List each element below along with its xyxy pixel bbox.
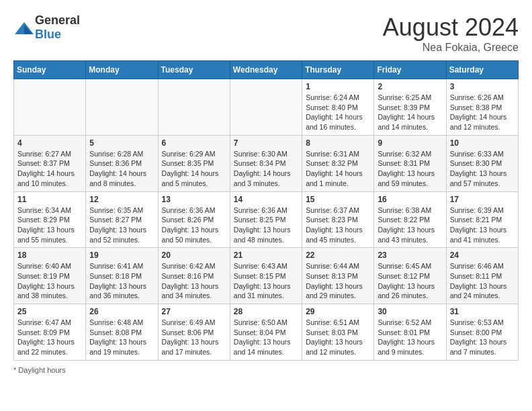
day-number: 23 [378, 250, 442, 260]
day-info: Sunrise: 6:49 AM Sunset: 8:06 PM Dayligh… [162, 318, 226, 357]
day-number: 14 [234, 195, 298, 204]
day-info: Sunrise: 6:37 AM Sunset: 8:23 PM Dayligh… [306, 205, 370, 245]
calendar-cell: 15Sunrise: 6:37 AM Sunset: 8:23 PM Dayli… [302, 191, 374, 248]
calendar-cell: 8Sunrise: 6:31 AM Sunset: 8:32 PM Daylig… [302, 135, 374, 191]
day-info: Sunrise: 6:35 AM Sunset: 8:27 PM Dayligh… [89, 205, 154, 245]
calendar-day-header: Thursday [302, 61, 374, 79]
calendar-day-header: Sunday [14, 61, 86, 79]
logo: General Blue [13, 13, 80, 42]
logo-text: General Blue [35, 13, 80, 42]
day-info: Sunrise: 6:51 AM Sunset: 8:03 PM Dayligh… [306, 318, 370, 357]
day-info: Sunrise: 6:30 AM Sunset: 8:34 PM Dayligh… [234, 149, 298, 189]
day-info: Sunrise: 6:28 AM Sunset: 8:36 PM Dayligh… [89, 149, 154, 189]
calendar-week-row: 18Sunrise: 6:40 AM Sunset: 8:19 PM Dayli… [14, 248, 519, 304]
calendar-cell: 18Sunrise: 6:40 AM Sunset: 8:19 PM Dayli… [14, 248, 86, 304]
calendar-day-header: Tuesday [158, 61, 230, 79]
day-info: Sunrise: 6:40 AM Sunset: 8:19 PM Dayligh… [17, 261, 82, 301]
day-number: 12 [89, 195, 154, 204]
calendar-cell: 16Sunrise: 6:38 AM Sunset: 8:22 PM Dayli… [374, 191, 446, 248]
calendar-cell: 13Sunrise: 6:36 AM Sunset: 8:26 PM Dayli… [158, 191, 230, 248]
calendar-cell: 4Sunrise: 6:27 AM Sunset: 8:37 PM Daylig… [14, 135, 86, 191]
day-number: 2 [378, 82, 442, 91]
day-info: Sunrise: 6:36 AM Sunset: 8:25 PM Dayligh… [234, 205, 298, 245]
day-number: 30 [378, 307, 442, 316]
logo-general: General [35, 13, 80, 27]
day-info: Sunrise: 6:38 AM Sunset: 8:22 PM Dayligh… [378, 205, 442, 245]
calendar-cell: 31Sunrise: 6:53 AM Sunset: 8:00 PM Dayli… [446, 304, 518, 361]
calendar-week-row: 1Sunrise: 6:24 AM Sunset: 8:40 PM Daylig… [14, 79, 519, 136]
day-number: 28 [234, 307, 298, 316]
day-info: Sunrise: 6:47 AM Sunset: 8:09 PM Dayligh… [17, 318, 82, 357]
calendar-cell: 25Sunrise: 6:47 AM Sunset: 8:09 PM Dayli… [14, 304, 86, 361]
day-info: Sunrise: 6:44 AM Sunset: 8:13 PM Dayligh… [306, 261, 370, 301]
calendar-cell: 9Sunrise: 6:32 AM Sunset: 8:31 PM Daylig… [374, 135, 446, 191]
day-number: 5 [89, 138, 154, 148]
day-number: 26 [89, 307, 154, 316]
page-header: General Blue August 2024 Nea Fokaia, Gre… [13, 13, 519, 54]
day-number: 24 [450, 250, 515, 260]
calendar-week-row: 4Sunrise: 6:27 AM Sunset: 8:37 PM Daylig… [14, 135, 519, 191]
day-info: Sunrise: 6:24 AM Sunset: 8:40 PM Dayligh… [306, 93, 370, 132]
calendar-week-row: 25Sunrise: 6:47 AM Sunset: 8:09 PM Dayli… [14, 304, 519, 361]
calendar-cell: 12Sunrise: 6:35 AM Sunset: 8:27 PM Dayli… [86, 191, 158, 248]
calendar-cell [86, 79, 158, 136]
day-number: 9 [378, 138, 442, 148]
day-number: 17 [450, 195, 515, 204]
day-number: 20 [162, 250, 226, 260]
calendar-cell: 30Sunrise: 6:52 AM Sunset: 8:01 PM Dayli… [374, 304, 446, 361]
day-info: Sunrise: 6:43 AM Sunset: 8:15 PM Dayligh… [234, 261, 298, 301]
calendar-cell: 26Sunrise: 6:48 AM Sunset: 8:08 PM Dayli… [86, 304, 158, 361]
day-info: Sunrise: 6:53 AM Sunset: 8:00 PM Dayligh… [450, 318, 515, 357]
calendar-cell: 6Sunrise: 6:29 AM Sunset: 8:35 PM Daylig… [158, 135, 230, 191]
calendar-cell: 11Sunrise: 6:34 AM Sunset: 8:29 PM Dayli… [14, 191, 86, 248]
day-info: Sunrise: 6:46 AM Sunset: 8:11 PM Dayligh… [450, 261, 515, 301]
calendar-day-header: Monday [86, 61, 158, 79]
calendar-cell: 7Sunrise: 6:30 AM Sunset: 8:34 PM Daylig… [230, 135, 302, 191]
day-number: 4 [17, 138, 82, 148]
day-info: Sunrise: 6:48 AM Sunset: 8:08 PM Dayligh… [89, 318, 154, 357]
day-info: Sunrise: 6:52 AM Sunset: 8:01 PM Dayligh… [378, 318, 442, 357]
calendar-cell: 5Sunrise: 6:28 AM Sunset: 8:36 PM Daylig… [86, 135, 158, 191]
day-info: Sunrise: 6:26 AM Sunset: 8:38 PM Dayligh… [450, 93, 515, 132]
calendar-cell: 19Sunrise: 6:41 AM Sunset: 8:18 PM Dayli… [86, 248, 158, 304]
day-number: 18 [17, 250, 82, 260]
day-number: 16 [378, 195, 442, 204]
calendar-cell: 23Sunrise: 6:45 AM Sunset: 8:12 PM Dayli… [374, 248, 446, 304]
calendar-cell: 29Sunrise: 6:51 AM Sunset: 8:03 PM Dayli… [302, 304, 374, 361]
day-number: 29 [306, 307, 370, 316]
day-number: 1 [306, 82, 370, 91]
day-info: Sunrise: 6:32 AM Sunset: 8:31 PM Dayligh… [378, 149, 442, 189]
calendar-week-row: 11Sunrise: 6:34 AM Sunset: 8:29 PM Dayli… [14, 191, 519, 248]
calendar-cell: 2Sunrise: 6:25 AM Sunset: 8:39 PM Daylig… [374, 79, 446, 136]
day-number: 8 [306, 138, 370, 148]
calendar-day-header: Saturday [446, 61, 518, 79]
day-number: 7 [234, 138, 298, 148]
calendar-day-header: Wednesday [230, 61, 302, 79]
day-info: Sunrise: 6:27 AM Sunset: 8:37 PM Dayligh… [17, 149, 82, 189]
location: Nea Fokaia, Greece [383, 42, 519, 54]
calendar-cell: 21Sunrise: 6:43 AM Sunset: 8:15 PM Dayli… [230, 248, 302, 304]
calendar-day-header: Friday [374, 61, 446, 79]
day-number: 13 [162, 195, 226, 204]
day-info: Sunrise: 6:31 AM Sunset: 8:32 PM Dayligh… [306, 149, 370, 189]
calendar-cell: 1Sunrise: 6:24 AM Sunset: 8:40 PM Daylig… [302, 79, 374, 136]
calendar-cell: 3Sunrise: 6:26 AM Sunset: 8:38 PM Daylig… [446, 79, 518, 136]
day-number: 11 [17, 195, 82, 204]
logo-blue: Blue [35, 28, 61, 41]
day-info: Sunrise: 6:36 AM Sunset: 8:26 PM Dayligh… [162, 205, 226, 245]
day-number: 27 [162, 307, 226, 316]
title-block: August 2024 Nea Fokaia, Greece [383, 13, 519, 54]
calendar-cell: 22Sunrise: 6:44 AM Sunset: 8:13 PM Dayli… [302, 248, 374, 304]
calendar-cell: 20Sunrise: 6:42 AM Sunset: 8:16 PM Dayli… [158, 248, 230, 304]
calendar-header-row: SundayMondayTuesdayWednesdayThursdayFrid… [14, 61, 519, 79]
day-info: Sunrise: 6:25 AM Sunset: 8:39 PM Dayligh… [378, 93, 442, 132]
day-number: 22 [306, 250, 370, 260]
month-title: August 2024 [383, 13, 519, 42]
day-info: Sunrise: 6:45 AM Sunset: 8:12 PM Dayligh… [378, 261, 442, 301]
calendar-cell [14, 79, 86, 136]
calendar-cell: 14Sunrise: 6:36 AM Sunset: 8:25 PM Dayli… [230, 191, 302, 248]
calendar-cell: 10Sunrise: 6:33 AM Sunset: 8:30 PM Dayli… [446, 135, 518, 191]
day-info: Sunrise: 6:29 AM Sunset: 8:35 PM Dayligh… [162, 149, 226, 189]
day-info: Sunrise: 6:34 AM Sunset: 8:29 PM Dayligh… [17, 205, 82, 245]
day-number: 21 [234, 250, 298, 260]
